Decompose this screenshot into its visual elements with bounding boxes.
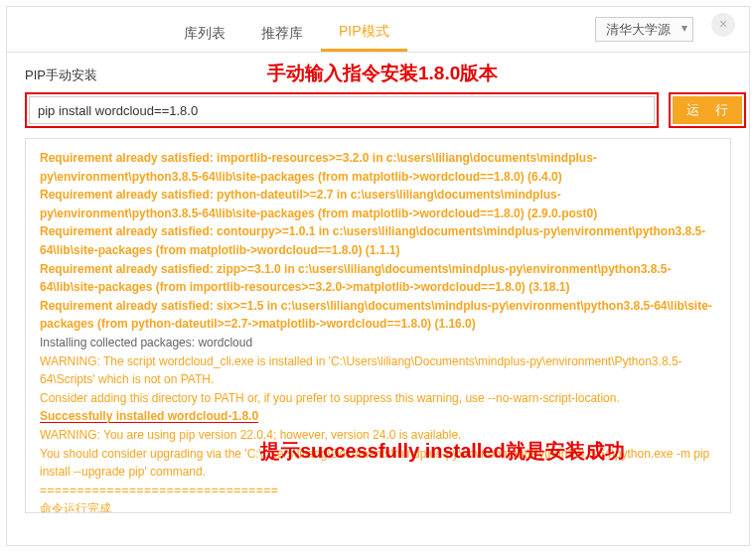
log-separator: ================================ (40, 482, 722, 500)
source-row: 清华大学源 (595, 17, 693, 42)
tab-recommended[interactable]: 推荐库 (243, 17, 321, 51)
log-line: Requirement already satisfied: importlib… (40, 149, 722, 186)
source-select[interactable]: 清华大学源 (595, 17, 693, 42)
input-highlight-box (25, 92, 659, 128)
log-done: 命令运行完成 (40, 499, 722, 513)
log-line: Requirement already satisfied: six>=1.5 … (40, 297, 722, 334)
log-line: Requirement already satisfied: zipp>=3.1… (40, 260, 722, 297)
input-row: 运 行 (25, 92, 731, 128)
run-button[interactable]: 运 行 (673, 96, 742, 124)
tab-lib-list[interactable]: 库列表 (166, 17, 243, 51)
command-input[interactable] (29, 96, 655, 124)
pip-section: PIP手动安装 手动输入指令安装1.8.0版本 运 行 提示successful… (7, 53, 749, 513)
log-line: WARNING: The script wordcloud_cli.exe is… (40, 352, 722, 389)
annotation-success: 提示successfully installed就是安装成功 (260, 438, 625, 465)
close-icon[interactable]: × (711, 13, 735, 37)
log-line: Consider adding this directory to PATH o… (40, 389, 722, 408)
log-line: Installing collected packages: wordcloud (40, 334, 722, 352)
main-panel: 库列表 推荐库 PIP模式 清华大学源 × PIP手动安装 手动输入指令安装1.… (6, 6, 750, 546)
annotation-top: 手动输入指令安装1.8.0版本 (267, 61, 498, 86)
tab-bar: 库列表 推荐库 PIP模式 清华大学源 × (7, 7, 749, 53)
log-success-line: Successfully installed wordcloud-1.8.0 (40, 407, 722, 426)
tab-pip-mode[interactable]: PIP模式 (321, 15, 407, 52)
log-line: Requirement already satisfied: contourpy… (40, 222, 722, 259)
run-highlight-box: 运 行 (669, 92, 746, 128)
log-line: Requirement already satisfied: python-da… (40, 186, 722, 222)
